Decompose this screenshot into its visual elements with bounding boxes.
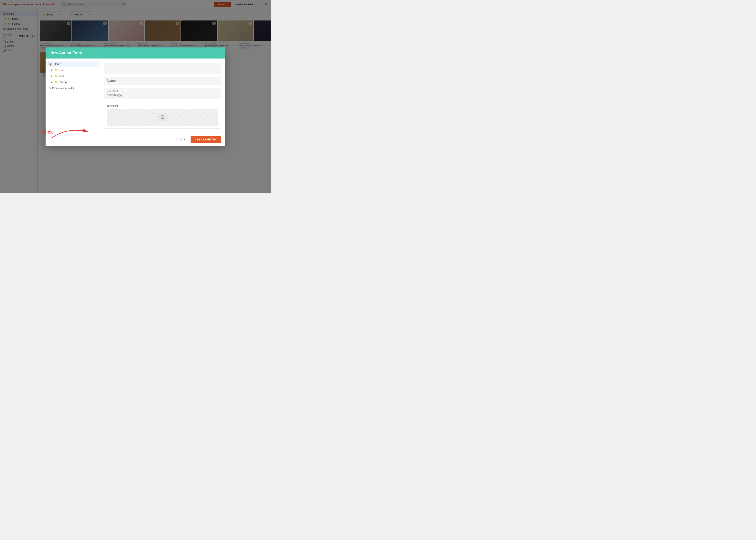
plus-circle-icon: ⊕ [49, 87, 51, 90]
modal-ciao-label: Ciao [60, 68, 65, 72]
modal-sidebar-home[interactable]: 🏠 Home [46, 61, 100, 67]
modal-sidebar: 🏠 Home ▶ 📁 Ciao ▶ 📁 ddd ▶ [46, 59, 100, 133]
modal-overlay: New Author Entry 🏠 Home ▶ 📁 Ciao [0, 0, 271, 193]
modal-create-folder[interactable]: ⊕ Create a new folder [46, 85, 100, 91]
thumbnail-section: Thumbnail [104, 102, 221, 129]
modal-form: Name Date of Birth Thumbnail [100, 59, 225, 133]
arrow-icon: ▶ [52, 69, 53, 71]
thumbnail-area [107, 109, 218, 126]
name-input[interactable] [107, 65, 218, 72]
modal-create-folder-label: Create a new folder [52, 87, 74, 90]
modal-demo-label: Demo [60, 81, 67, 84]
cancel-button[interactable]: CANCEL [176, 138, 187, 141]
folder-icon: 📁 [55, 81, 58, 84]
svg-point-1 [162, 116, 162, 117]
modal-ddd-label: ddd [60, 74, 64, 78]
modal-sidebar-demo[interactable]: ▶ 📁 Demo [46, 79, 100, 85]
modal-sidebar-ddd[interactable]: ▶ 📁 ddd [46, 73, 100, 79]
modal-header: New Author Entry [46, 48, 225, 59]
dob-label: Date of Birth [107, 90, 218, 92]
dob-form-group: Date of Birth [104, 88, 221, 99]
arrow-icon: ▶ [52, 75, 53, 77]
folder-icon: 📁 [55, 68, 58, 72]
modal-footer: CANCEL CREATE ENTRY [46, 133, 225, 146]
thumbnail-label: Thumbnail [107, 104, 218, 107]
modal-home-label: Home [54, 63, 61, 66]
create-entry-button[interactable]: CREATE ENTRY [190, 136, 221, 143]
dob-input[interactable] [107, 93, 218, 96]
thumbnail-pick-button[interactable] [157, 113, 168, 121]
modal-title: New Author Entry [51, 51, 82, 55]
new-author-modal: New Author Entry 🏠 Home ▶ 📁 Ciao [46, 48, 225, 146]
modal-sidebar-ciao[interactable]: ▶ 📁 Ciao [46, 67, 100, 73]
home-icon: 🏠 [49, 63, 52, 66]
name-form-group [104, 77, 221, 85]
folder-icon: 📁 [55, 74, 58, 78]
name-field: Name [104, 63, 221, 74]
modal-body: 🏠 Home ▶ 📁 Ciao ▶ 📁 ddd ▶ [46, 59, 225, 133]
app-container: File manager opened in the background 🔍 … [0, 0, 271, 193]
arrow-icon: ▶ [52, 81, 53, 83]
name-input[interactable] [107, 79, 218, 83]
